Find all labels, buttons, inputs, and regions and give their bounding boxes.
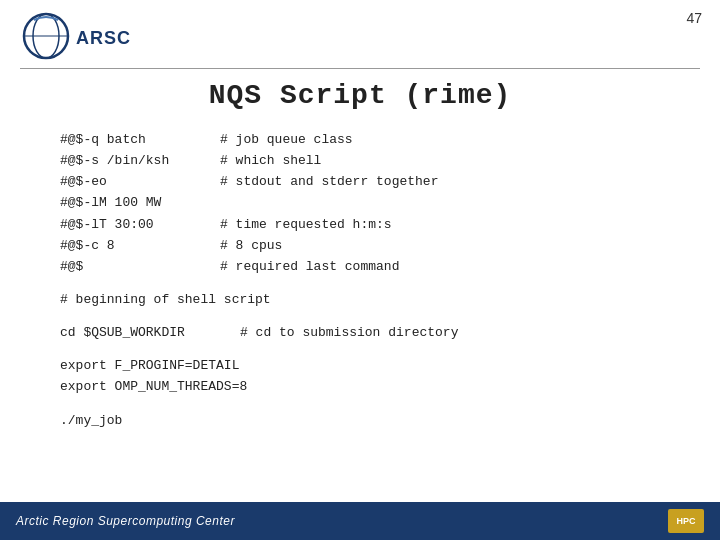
footer-text: Arctic Region Supercomputing Center [16,514,235,528]
code-line-s: #@$-s /bin/ksh # which shell [60,151,680,171]
logo-text: ARSC [76,28,131,49]
comment-lt: # time requested h:m:s [220,215,392,235]
comment-cd: # cd to submission directory [240,323,458,343]
comment-q: # job queue class [220,130,353,150]
cmd-s: #@$-s /bin/ksh [60,151,220,171]
code-line-export2: export OMP_NUM_THREADS=8 [60,377,680,397]
comment-c: # 8 cpus [220,236,282,256]
cmd-export1: export F_PROGINF=DETAIL [60,356,239,376]
code-line-lm: #@$-lM 100 MW [60,193,680,213]
section-comment: # beginning of shell script [60,290,271,310]
hpc-label: HPC [676,516,695,526]
cmd-end: #@$ [60,257,220,277]
code-line-q: #@$-q batch # job queue class [60,130,680,150]
page-number: 47 [686,10,702,26]
code-line-export1: export F_PROGINF=DETAIL [60,356,680,376]
page-title: NQS Script (rime) [209,80,512,111]
cmd-c: #@$-c 8 [60,236,220,256]
comment-s: # which shell [220,151,321,171]
comment-end: # required last command [220,257,399,277]
code-line-eo: #@$-eo # stdout and stderr together [60,172,680,192]
comment-eo: # stdout and stderr together [220,172,438,192]
code-line-lt: #@$-lT 30:00 # time requested h:m:s [60,215,680,235]
hpc-logo-box: HPC [668,509,704,533]
cmd-q: #@$-q batch [60,130,220,150]
code-block: #@$-q batch # job queue class #@$-s /bin… [60,130,680,432]
cmd-cd: cd $QSUB_WORKDIR [60,323,220,343]
header-divider [20,68,700,69]
cmd-run: ./my_job [60,411,220,431]
code-line-run: ./my_job [60,411,680,431]
cmd-lt: #@$-lT 30:00 [60,215,220,235]
code-line-cd: cd $QSUB_WORKDIR # cd to submission dire… [60,323,680,343]
arsc-logo-icon [20,10,72,66]
footer: Arctic Region Supercomputing Center HPC [0,502,720,540]
cmd-eo: #@$-eo [60,172,220,192]
cmd-export2: export OMP_NUM_THREADS=8 [60,377,247,397]
footer-logo-area: HPC [668,509,704,533]
code-line-c: #@$-c 8 # 8 cpus [60,236,680,256]
header: ARSC [20,10,131,66]
cmd-lm: #@$-lM 100 MW [60,193,220,213]
code-line-end: #@$ # required last command [60,257,680,277]
section-comment-line: # beginning of shell script [60,290,680,310]
